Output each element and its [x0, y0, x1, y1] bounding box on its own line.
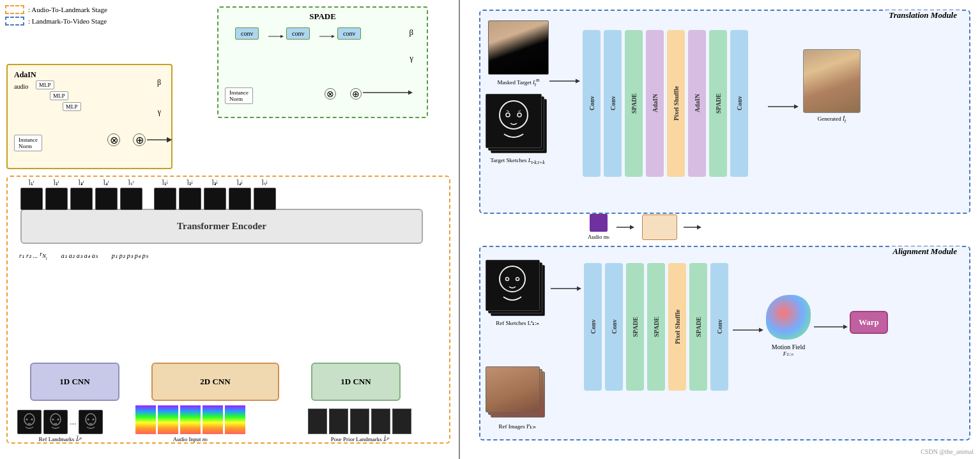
pose-prior-section: Pose Prior Landmarks l̂ᵢᵖ	[308, 409, 411, 442]
transformer-label: Transformer Encoder	[177, 221, 266, 232]
adain-otimes: ⊗	[107, 133, 120, 146]
ref-images-section: Ref Images Iʳ₁:ₙ	[486, 366, 549, 430]
tl-bar-conv3: Conv	[730, 30, 748, 177]
ref-sketches-label: Ref Sketches Lʳ₁:ₙ	[496, 320, 539, 326]
right-panel: Translation Module Masked Target Itm	[460, 0, 980, 459]
lm-label-7: l̂₃ʲ	[212, 180, 218, 186]
target-sketches-label: Target Sketches Lt-k:t+k	[490, 157, 544, 165]
svg-point-21	[506, 277, 509, 280]
masked-target-section: Masked Target Itm	[488, 20, 549, 87]
lm-label-6: l̂₂ʲ	[187, 180, 193, 186]
target-sketches-section: Target Sketches Lt-k:t+k	[486, 94, 549, 165]
tl-bar-pixel: Pixel Shuffle	[667, 30, 685, 177]
translation-module: Translation Module Masked Target Itm	[479, 10, 970, 214]
al-bar-spade2: SPADE	[647, 263, 665, 391]
svg-point-14	[506, 113, 510, 117]
lm-label-4: l̂₅ˡ	[128, 180, 134, 186]
tl-bar-adain1: AdaIN	[646, 30, 664, 177]
tl-bar-spade2: SPADE	[709, 30, 727, 177]
ref-landmarks-label: Ref Landmarks l̂ᵢᵖ	[39, 436, 81, 442]
sketch-2	[70, 188, 93, 210]
motion-field-blob	[766, 295, 811, 340]
sketch-5	[154, 188, 176, 210]
audio-input-section: Audio Input mᵢ	[135, 405, 245, 442]
spade-oplus: ⊕	[350, 88, 362, 100]
lm-label-1: l̂₂ˡ	[54, 180, 59, 186]
svg-point-15	[517, 113, 521, 117]
generated-face-image	[803, 49, 861, 113]
adain-beta: β	[157, 78, 161, 87]
adain-arrow	[147, 133, 172, 146]
svg-point-12	[92, 419, 94, 421]
audio-arrow-left	[616, 221, 636, 234]
alignment-bars: Conv Conv SPADE SPADE Pixel Shuffle SPAD…	[584, 263, 728, 391]
spade-arrow1	[268, 32, 284, 41]
motion-field-label: Motion Field F₁:ₙ	[772, 343, 806, 357]
audio-input-label: Audio Input mᵢ	[173, 436, 208, 442]
svg-point-10	[86, 414, 96, 425]
cnn-1d-right: 1D CNN	[311, 363, 401, 401]
tl-arrow2	[768, 100, 800, 113]
svg-point-7	[50, 414, 61, 425]
audio-encoder-box	[642, 214, 677, 240]
sketch-6	[179, 188, 201, 210]
spade-block: SPADE conv conv conv β	[217, 6, 428, 118]
translation-bars: Conv Conv SPADE AdaIN Pixel Shuffle AdaI…	[583, 30, 748, 177]
alignment-module: Alignment Module	[479, 246, 970, 440]
spade-gamma: γ	[410, 53, 413, 63]
spade-beta: β	[409, 27, 413, 38]
generated-face-section: Generated Ît	[803, 49, 861, 124]
al-bar-spade1: SPADE	[626, 263, 644, 391]
adain-mlp1: MLP	[36, 80, 54, 89]
svg-point-11	[87, 419, 89, 421]
al-arrow3	[814, 320, 849, 333]
ref-images-label: Ref Images Iʳ₁:ₙ	[499, 423, 537, 430]
svg-point-6	[31, 419, 33, 421]
al-bar-spade3: SPADE	[689, 263, 707, 391]
audio-section-middle: Audio mₜ	[588, 214, 703, 240]
alignment-module-title: Alignment Module	[890, 246, 960, 257]
pose-prior-label: Pose Prior Landmarks l̂ᵢᵖ	[331, 436, 389, 442]
legend-area: : Audio-To-Landmark Stage : Landmark-To-…	[5, 5, 171, 28]
adain-gamma: γ	[158, 107, 161, 117]
warp-section: Warp	[850, 311, 888, 334]
al-bar-pixel: Pixel Shuffle	[668, 263, 686, 391]
lm-label-0: l̂₁ˡ	[29, 180, 34, 186]
lm-label-5: l̂₁ʲ	[162, 180, 168, 186]
lm-label-2: l̂₃ˡ	[79, 180, 84, 186]
svg-point-8	[52, 419, 54, 421]
warp-button[interactable]: Warp	[850, 311, 888, 334]
al-arrow1	[551, 282, 583, 295]
adain-mlp2: MLP	[50, 91, 68, 100]
svg-point-5	[26, 419, 28, 421]
legend-orange: : Audio-To-Landmark Stage	[5, 5, 171, 14]
legend-blue-box	[5, 17, 24, 26]
audio-arrow-right	[684, 221, 703, 234]
tl-arrow1	[549, 75, 581, 87]
masked-target-label: Masked Target Itm	[497, 77, 539, 87]
spade-title: SPADE	[222, 11, 423, 22]
al-bar-conv3: Conv	[710, 263, 728, 391]
generated-face-label: Generated Ît	[818, 116, 846, 124]
adain-oplus: ⊕	[133, 133, 146, 146]
spade-conv2: conv	[286, 27, 310, 40]
adain-block: AdaIN audio MLP MLP MLP β γ InstanceNorm…	[6, 64, 172, 169]
legend-orange-label: : Audio-To-Landmark Stage	[28, 6, 107, 13]
ref-sketches-section: Ref Sketches Lʳ₁:ₙ	[486, 260, 549, 326]
lm-label-3: l̂₄ˡ	[103, 180, 109, 186]
svg-point-4	[24, 414, 34, 425]
lm-label-8: l̂₄ʲ	[237, 180, 243, 186]
legend-blue-label: : Landmark-To-Video Stage	[28, 17, 107, 25]
landmark-sketches-row: l̂₁ˡ l̂₂ˡ l̂₃ˡ l̂₄ˡ l̂₅ˡ	[20, 180, 276, 210]
legend-orange-box	[5, 5, 24, 14]
main-container: : Audio-To-Landmark Stage : Landmark-To-…	[0, 0, 980, 459]
tl-bar-adain2: AdaIN	[688, 30, 706, 177]
sketch-1	[45, 188, 68, 210]
audio-label: Audio mₜ	[588, 234, 610, 240]
watermark: CSDN @the_animal	[921, 448, 974, 455]
lm-label-9: l̂₅ʲ	[262, 180, 268, 186]
adain-audio: audio	[14, 83, 28, 90]
spade-output-arrow	[363, 87, 414, 98]
sketch-9	[254, 188, 276, 210]
svg-point-9	[57, 419, 59, 421]
